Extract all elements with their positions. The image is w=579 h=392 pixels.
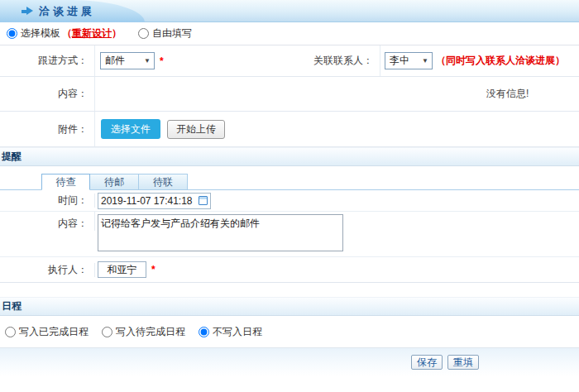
save-button[interactable]: 保存 xyxy=(411,355,443,370)
executor-label: 执行人： xyxy=(0,263,95,277)
attachment-row: 附件： 选择文件 开始上传 xyxy=(0,112,579,147)
reminder-content-textarea[interactable]: 记得给客户发与产品介绍有关的邮件 xyxy=(98,214,343,251)
time-input[interactable] xyxy=(101,195,199,207)
reminder-tabs: 待查 待邮 待联 xyxy=(0,174,579,190)
related-contact-value: 李中 xyxy=(390,54,409,68)
related-contact-select[interactable]: 李中 ▼ xyxy=(385,52,433,69)
follow-method-select[interactable]: 邮件 ▼ xyxy=(100,52,155,69)
related-contact-label: 关联联系人： xyxy=(294,45,380,76)
follow-method-label: 跟进方式： xyxy=(0,45,95,76)
chevron-down-icon: ▼ xyxy=(144,57,151,65)
page-title: 洽谈进展 xyxy=(39,4,95,19)
arrow-right-icon xyxy=(22,7,33,16)
executor-input[interactable] xyxy=(98,261,146,278)
calendar-icon[interactable] xyxy=(199,196,208,205)
reset-button[interactable]: 重填 xyxy=(447,355,479,370)
redesign-paren-close: ） xyxy=(112,27,122,39)
time-label: 时间： xyxy=(0,194,95,208)
redesign-link[interactable]: （重新设计） xyxy=(62,26,122,41)
no-write-radio[interactable] xyxy=(199,327,209,337)
template-mode-row: 选择模板 （重新设计） 自由填写 xyxy=(0,22,579,45)
schedule-options-row: 写入已完成日程 写入待完成日程 不写入日程 xyxy=(0,316,579,348)
required-asterisk: * xyxy=(151,264,156,275)
tab-pending-mail[interactable]: 待邮 xyxy=(90,174,139,189)
attachment-label: 附件： xyxy=(0,112,95,146)
reminder-content-label: 内容： xyxy=(0,212,95,231)
redesign-link-text: 重新设计 xyxy=(72,27,112,39)
schedule-section-header: 日程 xyxy=(0,297,579,316)
follow-method-value: 邮件 xyxy=(105,54,125,68)
redesign-paren-open: （ xyxy=(62,27,72,39)
reminder-section-header: 提醒 xyxy=(0,147,579,166)
tab-pending-check[interactable]: 待查 xyxy=(41,174,90,190)
choose-template-radio[interactable] xyxy=(7,28,17,39)
content-row: 内容： 没有信息! xyxy=(0,77,579,112)
no-write-label: 不写入日程 xyxy=(213,325,262,339)
write-pending-label: 写入待完成日程 xyxy=(116,325,185,339)
free-fill-radio[interactable] xyxy=(138,28,149,39)
write-completed-radio[interactable] xyxy=(5,327,16,337)
page-header: 洽谈进展 xyxy=(0,0,579,22)
start-upload-button[interactable]: 开始上传 xyxy=(167,120,225,139)
time-row: 时间： xyxy=(0,190,579,212)
follow-method-row: 跟进方式： 邮件 ▼ * 关联联系人： 李中 ▼ （同时写入联系人洽谈进展） xyxy=(0,45,579,77)
reminder-content-row: 内容： 记得给客户发与产品介绍有关的邮件 xyxy=(0,212,579,257)
footer-bar: 保存 重填 xyxy=(0,348,579,376)
content-label: 内容： xyxy=(0,77,95,111)
choose-file-button[interactable]: 选择文件 xyxy=(101,119,160,139)
no-info-text: 没有信息! xyxy=(486,77,529,111)
executor-row: 执行人： * xyxy=(0,257,579,283)
required-asterisk: * xyxy=(160,55,164,67)
write-pending-radio[interactable] xyxy=(102,327,112,337)
related-contact-note: （同时写入联系人洽谈进展） xyxy=(436,54,565,68)
tab-pending-contact[interactable]: 待联 xyxy=(139,174,188,189)
chevron-down-icon: ▼ xyxy=(422,57,428,65)
choose-template-label: 选择模板 xyxy=(21,26,60,41)
free-fill-label: 自由填写 xyxy=(152,26,192,41)
write-completed-label: 写入已完成日程 xyxy=(19,325,89,339)
header-tab-shape: 洽谈进展 xyxy=(0,0,145,22)
